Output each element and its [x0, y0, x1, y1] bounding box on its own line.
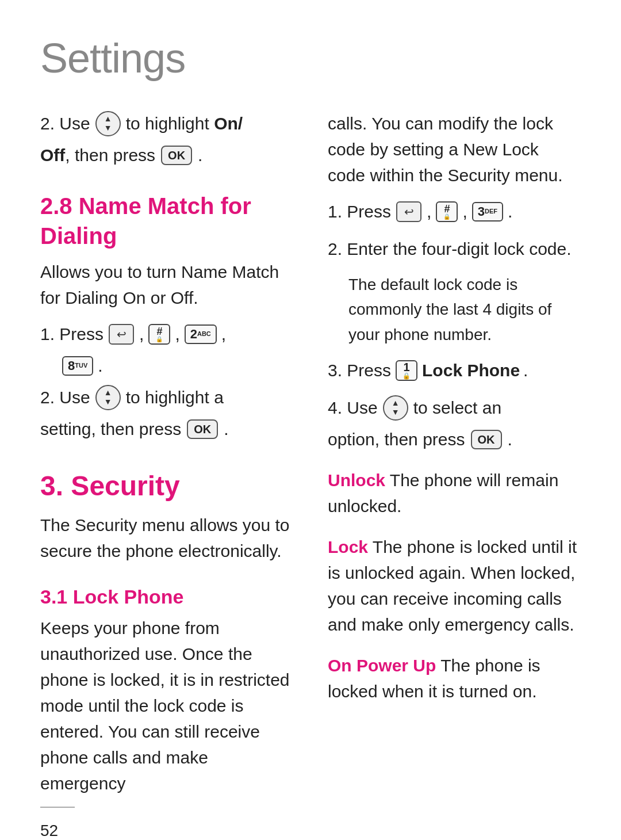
section-28-body: Allows you to turn Name Match for Dialin… — [40, 259, 293, 311]
right-step2-note: The default lock code is commonly the la… — [348, 272, 581, 347]
key-8-icon: 8TUV — [62, 356, 93, 376]
hash-key-icon: # 🔒 — [148, 324, 170, 345]
section-3-heading: 3. Security — [40, 468, 293, 504]
right-step3-label: 3. Press — [328, 357, 391, 383]
step2-off-label: Off, then press — [40, 142, 155, 168]
section-31-body: Keeps your phone from unauthorized use. … — [40, 615, 293, 796]
section28-step1-cont: 8TUV . — [61, 353, 293, 379]
two-column-layout: 2. Use ▲ ▼ to highlight On/ Off, then pr… — [40, 110, 581, 840]
right-column: calls. You can modify the lock code by s… — [328, 110, 581, 840]
right-step1-label: 1. Press — [328, 198, 391, 224]
right-step4: 4. Use ▲ ▼ to select an — [328, 395, 581, 421]
section-28-heading: 2.8 Name Match for Dialing — [40, 191, 293, 251]
hash-key-r-icon: # 🔒 — [436, 201, 458, 222]
page-title: Settings — [40, 35, 581, 82]
ok-key-r-icon: OK — [471, 430, 502, 449]
page-container: Settings 2. Use ▲ ▼ to highlight On/ Off… — [0, 0, 621, 840]
section-3-body: The Security menu allows you to secure t… — [40, 512, 293, 564]
unlock-label: Unlock — [328, 471, 385, 490]
key-1-icon: 1 🔒 — [396, 360, 417, 381]
back-key-icon: ↩ — [109, 324, 134, 345]
comma3: , — [221, 321, 226, 347]
right-step4-text: to select an — [413, 395, 501, 421]
ok-key-2-icon: OK — [187, 419, 218, 439]
right-step2: 2. Enter the four-digit lock code. — [328, 236, 581, 262]
unlock-option: Unlock The phone will remain unlocked. — [328, 467, 581, 519]
section28-step2-setting: setting, then press — [40, 416, 181, 442]
step2-highlight-text: to highlight On/ — [126, 110, 243, 136]
period-r1: . — [508, 198, 512, 224]
right-step4-option: option, then press — [328, 426, 465, 452]
comma1: , — [139, 321, 144, 347]
key-3-icon: 3DEF — [472, 202, 503, 222]
section28-step2-label: 2. Use — [40, 384, 90, 410]
step2-period: . — [198, 142, 202, 168]
lock-option: Lock The phone is locked until it is unl… — [328, 534, 581, 637]
right-step4-period: . — [508, 426, 512, 452]
right-step3-period: . — [523, 357, 528, 383]
comma2: , — [175, 321, 179, 347]
right-step4-cont: option, then press OK . — [328, 426, 581, 452]
section28-step1-label: 1. Press — [40, 321, 103, 347]
comma-r1: , — [427, 198, 431, 224]
right-step1: 1. Press ↩ , # 🔒 , 3DEF . — [328, 198, 581, 224]
nav-key-2-icon: ▲ ▼ — [95, 385, 121, 410]
ok-key-icon: OK — [161, 146, 192, 165]
period2: . — [224, 416, 228, 442]
back-key-r-icon: ↩ — [396, 201, 421, 222]
left-column: 2. Use ▲ ▼ to highlight On/ Off, then pr… — [40, 110, 293, 840]
step2-off-line: Off, then press OK . — [40, 142, 293, 168]
right-step4-label: 4. Use — [328, 395, 378, 421]
section28-step2: 2. Use ▲ ▼ to highlight a — [40, 384, 293, 410]
nav-key-icon: ▲ ▼ — [95, 111, 121, 136]
right-step3: 3. Press 1 🔒 Lock Phone . — [328, 357, 581, 383]
right-step2-note-text: The default lock code is commonly the la… — [348, 276, 551, 343]
key-2-icon: 2ABC — [185, 324, 217, 344]
on-power-up-label: On Power Up — [328, 656, 436, 675]
right-step3-text: Lock Phone — [422, 357, 520, 383]
nav-key-r-icon: ▲ ▼ — [383, 395, 408, 421]
right-intro: calls. You can modify the lock code by s… — [328, 110, 581, 188]
section28-step1: 1. Press ↩ , # 🔒 , 2ABC , — [40, 321, 293, 347]
lock-label: Lock — [328, 537, 368, 556]
step2-use-nav: 2. Use ▲ ▼ to highlight On/ — [40, 110, 293, 136]
on-power-up-option: On Power Up The phone is locked when it … — [328, 652, 581, 704]
period1: . — [98, 353, 102, 379]
comma-r2: , — [462, 198, 467, 224]
step2-use-label: 2. Use — [40, 110, 90, 136]
footer-divider — [40, 807, 75, 808]
section-31-heading: 3.1 Lock Phone — [40, 586, 293, 608]
section28-step2-cont: setting, then press OK . — [40, 416, 293, 442]
page-number: 52 — [40, 822, 293, 840]
section28-step2-text: to highlight a — [126, 384, 224, 410]
